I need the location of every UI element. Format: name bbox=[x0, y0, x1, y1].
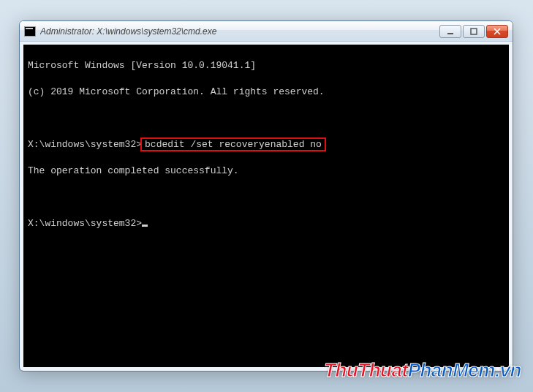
svg-rect-0 bbox=[447, 33, 453, 34]
console-line: Microsoft Windows [Version 10.0.19041.1] bbox=[28, 59, 504, 72]
highlighted-command: bcdedit /set recoveryenabled no bbox=[140, 137, 326, 151]
window-title: Administrator: X:\windows\system32\cmd.e… bbox=[40, 26, 439, 37]
console-blank bbox=[28, 191, 504, 204]
console-result: The operation completed successfully. bbox=[28, 165, 504, 178]
console-prompt-active: X:\windows\system32> bbox=[28, 217, 504, 230]
close-button[interactable] bbox=[486, 25, 508, 38]
maximize-icon bbox=[470, 28, 477, 35]
close-icon bbox=[494, 28, 501, 35]
titlebar[interactable]: Administrator: X:\windows\system32\cmd.e… bbox=[20, 21, 513, 42]
console-command-line: X:\windows\system32>bcdedit /set recover… bbox=[28, 138, 504, 151]
prompt-path: X:\windows\system32> bbox=[28, 139, 142, 150]
maximize-button[interactable] bbox=[463, 25, 485, 38]
console-area[interactable]: Microsoft Windows [Version 10.0.19041.1]… bbox=[20, 42, 513, 371]
minimize-button[interactable] bbox=[439, 25, 461, 38]
window-controls bbox=[439, 25, 508, 38]
minimize-icon bbox=[447, 28, 454, 35]
cmd-window: Administrator: X:\windows\system32\cmd.e… bbox=[19, 20, 513, 372]
cmd-icon bbox=[24, 26, 36, 37]
cursor bbox=[142, 225, 148, 227]
console-blank bbox=[28, 112, 504, 125]
svg-rect-1 bbox=[471, 29, 477, 34]
console-line: (c) 2019 Microsoft Corporation. All righ… bbox=[28, 86, 504, 99]
prompt-path: X:\windows\system32> bbox=[28, 218, 142, 229]
